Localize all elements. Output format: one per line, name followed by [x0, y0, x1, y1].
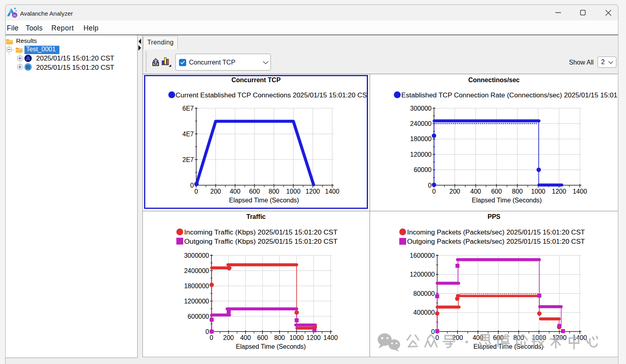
svg-text:6E7: 6E7	[183, 105, 194, 112]
svg-text:R: R	[26, 64, 30, 71]
svg-text:1600000: 1600000	[410, 252, 435, 259]
svg-text:1200: 1200	[307, 334, 321, 341]
svg-text:240000: 240000	[410, 120, 431, 127]
svg-text:Elapsed Time (Seconds): Elapsed Time (Seconds)	[236, 343, 306, 350]
svg-text:1000: 1000	[289, 334, 304, 341]
svg-text:400: 400	[470, 188, 481, 195]
svg-text:1400: 1400	[323, 334, 338, 341]
svg-text:200: 200	[210, 188, 221, 195]
svg-text:Elapsed Time (Seconds): Elapsed Time (Seconds)	[229, 197, 299, 204]
svg-text:200: 200	[223, 334, 234, 341]
svg-text:Connectinos/sec: Connectinos/sec	[468, 77, 520, 83]
svg-text:Incoming Packets (Packets/sec): Incoming Packets (Packets/sec) 2025/01/1…	[407, 229, 585, 236]
svg-text:400: 400	[240, 334, 251, 341]
svg-text:400: 400	[230, 188, 240, 195]
svg-text:Incoming Traffic (Kbps) 2025/0: Incoming Traffic (Kbps) 2025/01/15 15:01…	[184, 229, 337, 236]
svg-text:Concurrent TCP: Concurrent TCP	[232, 77, 281, 83]
svg-text:800: 800	[268, 188, 279, 195]
svg-text:600: 600	[491, 188, 502, 195]
svg-text:1400: 1400	[325, 188, 339, 195]
svg-text:1200000: 1200000	[184, 298, 209, 305]
svg-text:400000: 400000	[413, 309, 435, 316]
svg-text:2E7: 2E7	[183, 156, 194, 163]
svg-text:1200: 1200	[552, 188, 566, 195]
svg-text:Elapsed Time (Seconds): Elapsed Time (Seconds)	[472, 197, 542, 204]
svg-text:0: 0	[431, 328, 435, 335]
svg-text:0: 0	[205, 328, 209, 335]
svg-text:Current Established TCP Connec: Current Established TCP Connections 2025…	[176, 92, 371, 99]
svg-text:1200000: 1200000	[410, 271, 435, 278]
svg-text:in: in	[14, 14, 16, 17]
svg-text:800: 800	[512, 188, 523, 195]
svg-text:4E7: 4E7	[183, 131, 194, 138]
svg-text:0: 0	[210, 334, 213, 341]
svg-text:180000: 180000	[410, 135, 431, 142]
svg-text:1000: 1000	[531, 188, 545, 195]
svg-text:300000: 300000	[410, 105, 431, 112]
svg-text:60000: 60000	[414, 166, 432, 173]
svg-text:0: 0	[432, 188, 436, 195]
svg-text:PPS: PPS	[488, 213, 500, 220]
svg-text:1200: 1200	[306, 188, 320, 195]
svg-text:0: 0	[435, 334, 439, 341]
svg-text:0: 0	[190, 182, 194, 189]
svg-text:200: 200	[452, 334, 463, 341]
svg-text:600000: 600000	[188, 313, 209, 320]
svg-text:0: 0	[195, 188, 198, 195]
svg-text:1400: 1400	[573, 188, 587, 195]
svg-text:600: 600	[257, 334, 268, 341]
svg-text:1000: 1000	[286, 188, 301, 195]
svg-text:800000: 800000	[413, 290, 435, 297]
svg-text:800: 800	[274, 334, 285, 341]
svg-text:Established TCP Connection Rat: Established TCP Connection Rate (Connect…	[401, 92, 618, 99]
svg-text:A: A	[26, 55, 30, 62]
svg-text:1800000: 1800000	[184, 283, 209, 289]
svg-text:3000000: 3000000	[184, 252, 209, 259]
svg-text:Outgoing Traffic (Kbps) 2025/0: Outgoing Traffic (Kbps) 2025/01/15 15:01…	[184, 238, 337, 245]
svg-text:600: 600	[249, 188, 260, 195]
svg-text:120000: 120000	[410, 151, 431, 158]
svg-text:Outgoing Packets (Packets/sec): Outgoing Packets (Packets/sec) 2025/01/1…	[407, 238, 585, 245]
svg-text:0: 0	[428, 182, 432, 189]
svg-text:Traffic: Traffic	[246, 213, 266, 220]
svg-text:2400000: 2400000	[184, 267, 209, 274]
svg-text:200: 200	[449, 188, 460, 195]
